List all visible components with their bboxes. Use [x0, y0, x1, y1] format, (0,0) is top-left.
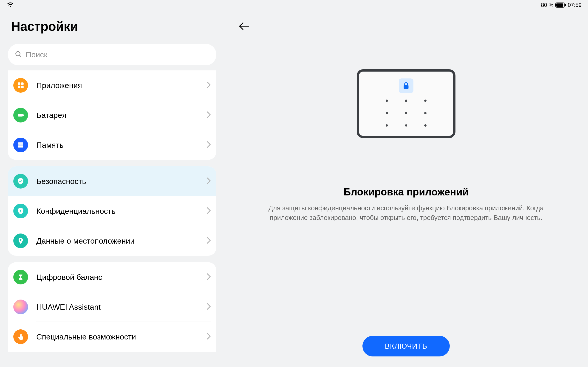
sidebar-item-label: Приложения	[36, 81, 207, 90]
wifi-icon	[6, 1, 14, 9]
clock: 07:59	[568, 2, 582, 8]
battery-icon	[555, 2, 566, 8]
settings-group: Приложения Батарея Память	[8, 70, 216, 160]
sidebar-item-label: Память	[36, 141, 207, 150]
sidebar-item-label: Безопасность	[36, 177, 207, 186]
search-icon	[15, 50, 22, 59]
sidebar-item-security[interactable]: Безопасность	[8, 166, 216, 196]
back-button[interactable]	[237, 19, 251, 33]
settings-title: Настройки	[8, 19, 216, 34]
svg-rect-18	[404, 85, 409, 89]
detail-pane: Блокировка приложений Для защиты конфиде…	[224, 10, 588, 367]
enable-button[interactable]: ВКЛЮЧИТЬ	[363, 336, 450, 357]
privacy-icon	[13, 204, 28, 218]
search-input[interactable]	[26, 50, 209, 59]
battery-percent: 80 %	[541, 2, 553, 8]
settings-sidebar: Настройки Приложения	[0, 10, 224, 367]
svg-rect-6	[21, 82, 23, 85]
page-description: Для защиты конфиденциальности используйт…	[250, 203, 562, 223]
arrow-left-icon	[238, 22, 250, 31]
sidebar-item-label: Цифровой баланс	[36, 273, 207, 282]
svg-rect-8	[21, 85, 23, 88]
chevron-right-icon	[207, 111, 211, 119]
sidebar-item-assistant[interactable]: HUAWEI Assistant	[8, 292, 216, 322]
chevron-right-icon	[207, 303, 211, 311]
chevron-right-icon	[207, 237, 211, 245]
sidebar-item-label: Специальные возможности	[36, 332, 207, 341]
svg-point-16	[20, 239, 22, 241]
sidebar-item-label: Конфиденциальность	[36, 207, 207, 216]
battery-row-icon	[13, 108, 28, 123]
svg-rect-13	[18, 146, 23, 148]
sidebar-item-storage[interactable]: Память	[8, 130, 216, 160]
assistant-icon	[13, 300, 28, 314]
svg-rect-10	[23, 115, 24, 116]
settings-group: Безопасность Конфиденциальность Данные о…	[8, 166, 216, 256]
sidebar-item-privacy[interactable]: Конфиденциальность	[8, 196, 216, 226]
status-bar: 80 % 07:59	[0, 0, 588, 10]
svg-rect-2	[565, 4, 566, 6]
svg-rect-15	[20, 211, 21, 212]
chevron-right-icon	[207, 81, 211, 89]
chevron-right-icon	[207, 273, 211, 281]
storage-icon	[13, 138, 28, 152]
chevron-right-icon	[207, 333, 211, 341]
chevron-right-icon	[207, 207, 211, 215]
svg-line-4	[19, 55, 21, 57]
status-right: 80 % 07:59	[541, 2, 582, 8]
svg-rect-11	[18, 142, 23, 144]
status-left	[6, 1, 14, 9]
sidebar-item-battery[interactable]: Батарея	[8, 100, 216, 130]
settings-group: Цифровой баланс HUAWEI Assistant Специал…	[8, 262, 216, 352]
sidebar-item-label: HUAWEI Assistant	[36, 302, 207, 311]
app-lock-illustration	[357, 69, 456, 138]
sidebar-item-digital-balance[interactable]: Цифровой баланс	[8, 262, 216, 292]
shield-check-icon	[13, 174, 28, 189]
page-title: Блокировка приложений	[344, 186, 468, 198]
svg-rect-12	[18, 144, 23, 146]
svg-rect-5	[18, 82, 20, 85]
touch-icon	[13, 329, 28, 344]
hourglass-icon	[13, 270, 28, 284]
chevron-right-icon	[207, 141, 211, 149]
sidebar-item-apps[interactable]: Приложения	[8, 70, 216, 100]
svg-rect-1	[556, 3, 563, 7]
sidebar-item-accessibility[interactable]: Специальные возможности	[8, 322, 216, 352]
location-icon	[13, 234, 28, 248]
lock-icon	[399, 78, 414, 93]
sidebar-item-label: Батарея	[36, 111, 207, 120]
svg-rect-9	[18, 114, 23, 117]
sidebar-item-location[interactable]: Данные о местоположении	[8, 226, 216, 256]
apps-icon	[13, 78, 28, 93]
pattern-dots	[386, 100, 426, 127]
chevron-right-icon	[207, 177, 211, 185]
search-box[interactable]	[8, 44, 216, 65]
svg-rect-7	[18, 85, 20, 88]
enable-button-label: ВКЛЮЧИТЬ	[385, 342, 427, 350]
sidebar-item-label: Данные о местоположении	[36, 236, 207, 245]
